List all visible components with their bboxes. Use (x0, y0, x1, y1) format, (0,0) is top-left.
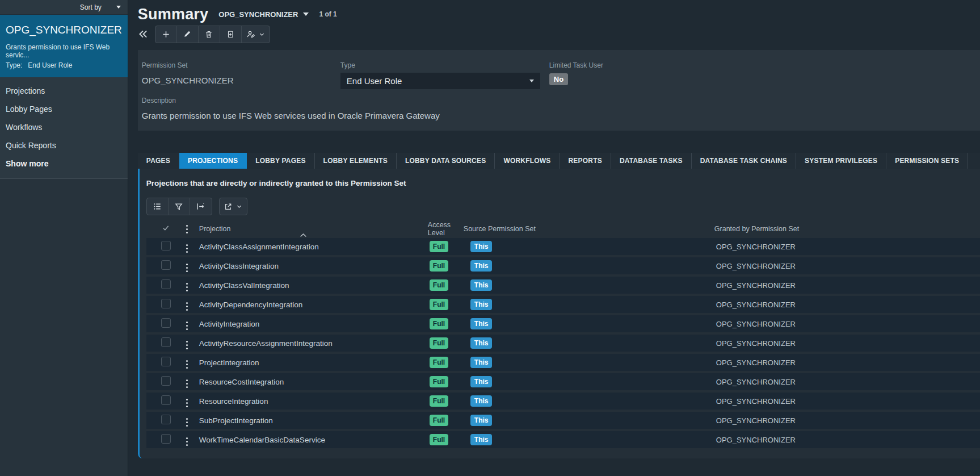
granted-by-value: OPG_SYNCHRONIZER (716, 416, 980, 425)
row-checkbox[interactable] (161, 279, 171, 289)
table-export-group (219, 198, 247, 215)
source-permission-set-badge: This (470, 434, 493, 445)
filter-button[interactable] (169, 198, 190, 215)
tab[interactable]: PROJECTIONS (179, 153, 247, 169)
table-row[interactable]: ActivityClassAssignmentIntegration Full … (146, 238, 980, 255)
source-permission-set-badge: This (470, 337, 493, 349)
table-row[interactable]: ResourceIntegration Full This OPG_SYNCHR… (146, 393, 980, 410)
tab[interactable]: REPORTS (560, 153, 611, 169)
select-all-check-icon[interactable] (162, 224, 180, 233)
edit-record-button[interactable] (177, 26, 199, 43)
table-row[interactable]: ActivityResourceAssignmentIntegration Fu… (146, 335, 980, 352)
source-permission-set-badge: This (470, 318, 493, 329)
source-permission-set-badge: This (470, 395, 493, 407)
granted-by-value: OPG_SYNCHRONIZER (716, 339, 980, 348)
granted-by-value: OPG_SYNCHRONIZER (716, 300, 980, 309)
row-checkbox[interactable] (161, 415, 171, 424)
column-header-source-permission-set[interactable]: Source Permission Set (464, 225, 714, 233)
field-type: Type End User Role (340, 61, 549, 89)
tab[interactable]: LOBBY DATA SOURCES (397, 153, 495, 169)
user-actions-dropdown-button[interactable] (242, 26, 270, 43)
row-checkbox[interactable] (161, 337, 171, 347)
description-value: Grants permission to use IFS Web service… (142, 111, 966, 120)
projection-name: ResourceCostIntegration (199, 378, 428, 386)
row-menu-icon[interactable] (186, 267, 188, 269)
table-row[interactable]: ProjectIntegration Full This OPG_SYNCHRO… (146, 354, 980, 371)
table-row[interactable]: ActivityDependencyIntegration Full This … (146, 296, 980, 313)
row-menu-icon[interactable] (186, 421, 188, 423)
sort-by-caret-icon[interactable] (116, 6, 121, 9)
type-select-value: End User Role (347, 76, 402, 86)
row-menu-icon[interactable] (186, 248, 188, 249)
plus-icon (162, 30, 170, 39)
export-icon (224, 203, 232, 211)
row-checkbox[interactable] (161, 376, 171, 386)
granted-by-value: OPG_SYNCHRONIZER (716, 262, 980, 270)
record-selector-dropdown[interactable]: OPG_SYNCHRONIZER (218, 10, 309, 19)
duplicate-icon (226, 30, 234, 39)
add-record-button[interactable] (155, 26, 177, 43)
header-menu-icon[interactable] (186, 228, 188, 230)
trash-icon (205, 30, 213, 39)
tab[interactable]: PERMISSION SETS (886, 153, 968, 169)
tab[interactable]: DATABASE TASK CHAINS (692, 153, 796, 169)
row-menu-icon[interactable] (186, 383, 188, 385)
column-header-projection[interactable]: Projection (199, 225, 428, 233)
table-row[interactable]: WorkTimeCalendarBasicDataService Full Th… (146, 431, 980, 448)
projection-name: ActivityClassAssignmentIntegration (199, 243, 428, 251)
collapse-left-icon (138, 29, 148, 39)
tab[interactable]: SYSTEM PRIVILEGES (796, 153, 886, 169)
row-menu-icon[interactable] (186, 402, 188, 404)
collapse-panel-button[interactable] (138, 29, 148, 39)
row-menu-icon[interactable] (186, 344, 188, 346)
row-checkbox[interactable] (161, 299, 171, 308)
main-area: Summary OPG_SYNCHRONIZER 1 of 1 (128, 0, 980, 476)
table-row[interactable]: ActivityClassIntegration Full This OPG_S… (146, 257, 980, 274)
row-checkbox[interactable] (161, 318, 171, 328)
type-select[interactable]: End User Role (340, 73, 540, 89)
sidebar-nav-item[interactable]: Show more (0, 155, 128, 173)
row-menu-icon[interactable] (186, 306, 188, 307)
row-checkbox[interactable] (161, 395, 171, 405)
list-view-button[interactable] (147, 198, 169, 215)
projection-name: ActivityIntegration (199, 320, 428, 328)
tab[interactable]: WORKFLOWS (495, 153, 560, 169)
field-description: Description Grants permission to use IFS… (142, 97, 966, 120)
projection-name: SubProjectIntegration (199, 416, 428, 425)
projection-name: ActivityClassIntegration (199, 262, 428, 270)
row-checkbox[interactable] (161, 434, 171, 444)
access-level-badge: Full (430, 434, 448, 445)
sidebar-nav-item[interactable]: Projections (0, 82, 128, 100)
delete-record-button[interactable] (199, 26, 220, 43)
table-row[interactable]: ActivityIntegration Full This OPG_SYNCHR… (146, 315, 980, 332)
row-checkbox[interactable] (161, 260, 171, 270)
row-checkbox[interactable] (161, 357, 171, 366)
tab-strip-filler (968, 153, 980, 169)
selected-record-card[interactable]: OPG_SYNCHRONIZER Grants permission to us… (0, 15, 128, 77)
row-menu-icon[interactable] (186, 325, 188, 327)
sidebar-nav-item[interactable]: Quick Reports (0, 136, 128, 155)
table-row[interactable]: ResourceCostIntegration Full This OPG_SY… (146, 373, 980, 390)
table-toolbar (146, 198, 980, 215)
tab[interactable]: DATABASE TASKS (611, 153, 692, 169)
column-width-button[interactable] (190, 198, 212, 215)
tab[interactable]: PAGES (138, 153, 179, 169)
row-menu-icon[interactable] (186, 286, 188, 288)
table-row[interactable]: ActivityClassValIntegration Full This OP… (146, 277, 980, 294)
row-menu-icon[interactable] (186, 364, 188, 365)
sidebar-nav-item[interactable]: Workflows (0, 118, 128, 136)
access-level-badge: Full (430, 415, 448, 426)
column-header-granted-by-permission-set[interactable]: Granted by Permission Set (714, 225, 980, 233)
tab[interactable]: LOBBY PAGES (247, 153, 314, 169)
duplicate-record-button[interactable] (220, 26, 242, 43)
sidebar-nav-item[interactable]: Lobby Pages (0, 100, 128, 118)
tab-strip: PAGES PROJECTIONS LOBBY PAGES LOBBY ELEM… (138, 153, 980, 169)
access-level-badge: Full (430, 318, 448, 329)
table-row[interactable]: SubProjectIntegration Full This OPG_SYNC… (146, 412, 980, 429)
granted-by-value: OPG_SYNCHRONIZER (716, 436, 980, 444)
row-checkbox[interactable] (161, 241, 171, 250)
row-menu-icon[interactable] (186, 441, 188, 442)
column-header-access-level[interactable]: Access Level (428, 221, 464, 237)
export-dropdown-button[interactable] (220, 198, 247, 215)
tab[interactable]: LOBBY ELEMENTS (315, 153, 397, 169)
